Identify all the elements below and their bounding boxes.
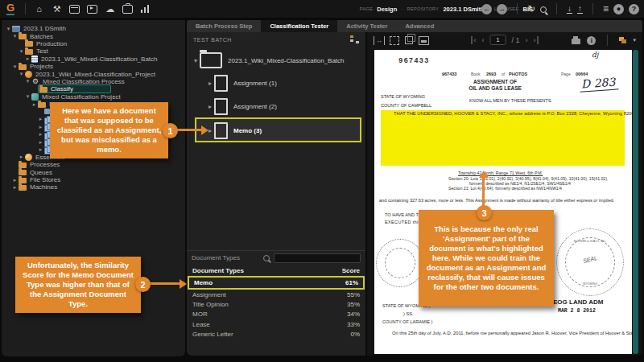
page-number-input[interactable]: 1: [489, 35, 506, 45]
cloud-icon[interactable]: ☁: [105, 4, 115, 14]
search-icon: [263, 255, 270, 261]
sidebar-item-queues[interactable]: Queues: [2, 168, 185, 175]
grooper-logo[interactable]: G: [6, 2, 14, 15]
sidebar-item-2023-1-wiki-mixed-classification-batch[interactable]: ▸2023.1_Wiki_Mixed-Classification_Batch: [2, 56, 185, 63]
back-button[interactable]: ←: [481, 4, 492, 14]
document-type-score: 55%: [347, 291, 360, 298]
expand-arrow-icon[interactable]: ▸: [37, 116, 44, 122]
batch-item-2023-1-wiki-mixed-classification-batch[interactable]: ▾2023.1_Wiki_Mixed-Classification_Batch: [187, 51, 345, 70]
collapse-arrow-icon[interactable]: ▾: [24, 93, 31, 100]
sidebar-item-machines[interactable]: ▸Machines: [2, 183, 185, 191]
layers-menu-icon[interactable]: [619, 37, 626, 43]
collapse-arrow-icon[interactable]: ▾: [192, 57, 200, 64]
folder-icon: [38, 102, 46, 108]
sidebar-item-batches[interactable]: ▾Batches: [2, 32, 185, 39]
sidebar-item-production[interactable]: Production: [2, 40, 185, 47]
sidebar-item-test[interactable]: ▾Test: [2, 47, 185, 55]
collapse-arrow-icon[interactable]: ▾: [11, 64, 19, 70]
viewer-scrollbar[interactable]: [633, 50, 638, 354]
page-navigator: ‹ ‹ 1 / 1 › ›: [471, 35, 538, 45]
thumbnails-icon[interactable]: [419, 36, 429, 45]
expand-arrow-icon[interactable]: ▸: [24, 56, 31, 62]
column-document-types: Document Types: [192, 267, 244, 274]
sidebar-item-2023-1-dsmith[interactable]: ▾2023.1 DSmith: [2, 25, 185, 32]
top-bar: G ⌂ ⚒ ☁ PAGE Design · REPOSITORY 2023.1 …: [0, 0, 644, 18]
home-icon[interactable]: ⌂: [34, 4, 44, 14]
doc-received-stamp-line1: EOG LAND ADM: [553, 298, 603, 306]
tab-advanced[interactable]: Advanced: [396, 20, 443, 32]
repository-value[interactable]: 2023.1 DSmith: [443, 6, 484, 13]
chevron-down-icon[interactable]: ▾: [633, 37, 636, 43]
upload-icon[interactable]: ↑: [577, 4, 583, 14]
forward-button[interactable]: →: [497, 4, 507, 14]
folder-icon: [19, 170, 27, 175]
callout-2-text: Unfortunately, the Similarity Score for …: [22, 261, 134, 308]
document-type-row-title-opinion[interactable]: Title Opinion35%: [187, 299, 365, 309]
fit-region-icon[interactable]: [390, 36, 399, 45]
archive-icon[interactable]: [69, 4, 80, 14]
collapse-arrow-icon[interactable]: ▾: [18, 48, 25, 55]
download-icon[interactable]: ↓: [567, 4, 572, 14]
last-page-icon[interactable]: ›: [534, 36, 539, 44]
tab-batch-process-step[interactable]: Batch Process Step: [187, 20, 261, 32]
sidebar-item-file-stores[interactable]: ▸File Stores: [2, 176, 185, 183]
batch-item-assignment-2[interactable]: ▸Assignment (2): [187, 97, 277, 116]
next-page-icon[interactable]: ›: [526, 36, 528, 44]
tab-activity-tester[interactable]: Activity Tester: [337, 20, 396, 32]
briefcase-icon[interactable]: [122, 4, 133, 14]
expand-arrow-icon[interactable]: ▸: [206, 103, 214, 110]
help-icon[interactable]: ?: [629, 4, 639, 14]
page-value[interactable]: Design: [377, 6, 397, 13]
folder-icon: [200, 52, 222, 68]
sidebar-item-label: Mixed Classification Project: [42, 93, 121, 101]
batch-item-label: Assignment (1): [233, 80, 277, 87]
previous-page-icon[interactable]: ‹: [481, 36, 484, 44]
sidebar-item-projects[interactable]: ▾Projects: [2, 63, 185, 70]
expand-arrow-icon[interactable]: ▸: [37, 139, 44, 146]
doc-township-line: Township 42 North, Range 71 West, 6th P.…: [458, 171, 543, 175]
sidebar-item-processes[interactable]: Processes: [2, 161, 185, 168]
sidebar-item-mixed-classification-project[interactable]: ▾Mixed Classification Project: [2, 93, 185, 101]
expand-arrow-icon[interactable]: ▸: [206, 80, 214, 87]
sidebar-item-label: Classify: [51, 85, 73, 93]
copy-pages-icon[interactable]: [404, 36, 414, 45]
expand-arrow-icon[interactable]: ▸: [37, 124, 44, 130]
collapse-arrow-icon[interactable]: ▾: [18, 71, 25, 77]
document-types-search-input[interactable]: [274, 253, 361, 263]
expand-arrow-icon[interactable]: ▸: [11, 177, 19, 183]
sidebar-item-2023-1-wiki-mixed-classification-project[interactable]: ▾2023.1_Wiki_Mixed-Classification_Projec…: [2, 70, 185, 77]
expand-arrow-icon[interactable]: ▸: [37, 146, 44, 153]
print-icon[interactable]: [572, 39, 580, 44]
document-type-score: 33%: [347, 321, 360, 328]
expand-arrow-icon[interactable]: ▸: [11, 184, 19, 191]
document-type-row-assignment[interactable]: Assignment55%: [187, 290, 365, 299]
tab-classification-tester[interactable]: Classification Tester: [261, 20, 337, 32]
info-icon[interactable]: i: [587, 36, 596, 45]
collapse-arrow-icon[interactable]: ▾: [11, 33, 19, 39]
document-types-panel: Document Types Document Types Score Memo…: [187, 250, 365, 356]
database-icon[interactable]: ≡: [603, 4, 609, 14]
batch-item-label: Assignment (2): [233, 103, 277, 110]
account-icon[interactable]: ●: [613, 4, 624, 14]
refresh-icon[interactable]: ↻: [527, 4, 535, 14]
document-type-row-lease[interactable]: Lease33%: [187, 319, 365, 329]
model-icon: [31, 93, 39, 101]
document-type-row-generic-letter[interactable]: Generic Letter0%: [187, 330, 365, 339]
expand-arrow-icon[interactable]: ▸: [31, 101, 38, 108]
document-page[interactable]: 967433 dj 967433 Book 2693 of PHOTOS Pag…: [374, 50, 632, 354]
first-page-icon[interactable]: ‹: [471, 36, 476, 44]
collapse-arrow-icon[interactable]: ▾: [24, 78, 31, 84]
search-icon[interactable]: [540, 2, 547, 16]
expand-arrow-icon[interactable]: ▸: [18, 154, 25, 160]
document-type-row-mor[interactable]: MOR34%: [187, 310, 365, 319]
expand-arrow-icon[interactable]: ▸: [37, 131, 44, 138]
tools-icon[interactable]: ⚒: [52, 4, 62, 14]
document-type-row-memo[interactable]: Memo61%: [188, 276, 365, 290]
sidebar-item-classify[interactable]: Classify: [2, 85, 185, 93]
collapse-arrow-icon[interactable]: ▾: [5, 26, 12, 32]
bar-chart-icon[interactable]: [140, 4, 151, 14]
media-box-icon[interactable]: [87, 4, 97, 14]
batch-item-assignment-1[interactable]: ▸Assignment (1): [187, 73, 277, 93]
fit-width-icon[interactable]: ↔: [374, 36, 385, 45]
tree-view-icon[interactable]: [350, 35, 359, 43]
